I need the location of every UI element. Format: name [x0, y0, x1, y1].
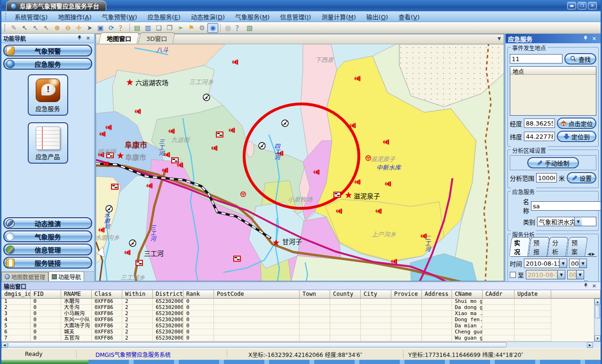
- scroll-right-icon[interactable]: ▶: [587, 342, 593, 348]
- placemark-icon[interactable]: ⚑: [186, 23, 197, 33]
- column-header[interactable]: City: [361, 290, 391, 299]
- identify-icon[interactable]: ？: [117, 23, 127, 33]
- select-point-icon[interactable]: ↖: [41, 23, 52, 33]
- menu-o[interactable]: 输出(O): [361, 11, 393, 22]
- longitude-input[interactable]: [524, 119, 555, 128]
- column-header[interactable]: dmgis_id: [1, 290, 31, 299]
- menu-e[interactable]: 应急服务(E): [143, 11, 186, 22]
- pin-icon[interactable]: [581, 283, 590, 289]
- globe-tool-icon[interactable]: ◉: [207, 23, 218, 33]
- column-header[interactable]: CAddr: [483, 290, 515, 299]
- close-icon[interactable]: ✕: [84, 35, 92, 41]
- column-header[interactable]: County: [330, 290, 361, 299]
- pin-icon[interactable]: [75, 35, 84, 42]
- menu-d[interactable]: 动态推演(D): [186, 11, 230, 22]
- location-search-input[interactable]: [510, 54, 562, 63]
- map-tab-inactive[interactable]: 3D窗口: [138, 32, 175, 44]
- column-header[interactable]: Class: [92, 290, 122, 299]
- menu-v[interactable]: 查看(V): [393, 11, 425, 22]
- column-header[interactable]: PostCode: [214, 290, 300, 299]
- column-header[interactable]: CName: [452, 290, 483, 299]
- zoom-in-icon[interactable]: ⊕: [52, 23, 63, 33]
- scroll-thumb[interactable]: [8, 342, 507, 348]
- nav-bar-emergency-globe[interactable]: 应急服务: [3, 58, 92, 70]
- menu-m[interactable]: 测量计算(M): [316, 11, 361, 22]
- nav-bar-link[interactable]: 服务链接: [3, 257, 92, 269]
- map-canvas[interactable]: 六运湖农场三工河乡下西泉九运街阜康市城关镇阜康市滋泥泉子中新水库滋泥泉子小泉牧场…: [96, 44, 504, 281]
- select-polygon-icon[interactable]: ↖: [30, 23, 41, 33]
- service-category-select[interactable]: 气象和洪水灾害 ▼: [537, 217, 596, 226]
- scroll-down-icon[interactable]: ▼: [594, 335, 601, 341]
- table-row[interactable]: 60城关0XFF8526523020000Cheng guan: [1, 329, 601, 335]
- pan-icon[interactable]: ✛: [73, 23, 84, 33]
- to-date-checkbox[interactable]: [510, 272, 516, 278]
- station-flag-icon[interactable]: [334, 192, 341, 198]
- nav-bar-weather-warning[interactable]: 气象预警: [3, 45, 92, 56]
- close-icon[interactable]: ✕: [590, 36, 598, 42]
- station-flag-icon[interactable]: [136, 261, 143, 266]
- scroll-thumb[interactable]: [595, 305, 600, 318]
- find-button[interactable]: 查找: [564, 53, 596, 64]
- nav-bar-cloud[interactable]: 气象服务: [3, 230, 92, 242]
- column-header[interactable]: Rank: [183, 290, 214, 299]
- column-header[interactable]: Within: [122, 290, 153, 299]
- tab-scroll-arrows[interactable]: ◀▶: [586, 252, 597, 256]
- station-flag-icon[interactable]: [111, 184, 118, 190]
- help-icon[interactable]: ？: [233, 23, 244, 33]
- date-select[interactable]: 2010-08-13 ▼: [524, 259, 567, 268]
- table-row[interactable]: 10水磨沟0XFF8626523020000Shui mo gou: [1, 299, 601, 305]
- location-results-list[interactable]: 地点: [510, 66, 596, 116]
- column-header[interactable]: Town: [300, 290, 330, 299]
- measure-icon[interactable]: ✎: [8, 23, 19, 33]
- map-tab-active[interactable]: 地图窗口: [98, 32, 139, 44]
- analysis-range-input[interactable]: [536, 173, 557, 182]
- print-icon[interactable]: ❏: [153, 23, 164, 33]
- tab-globe[interactable]: 地图数据管理: [1, 272, 48, 281]
- set-range-button[interactable]: 设置: [567, 172, 596, 183]
- tab-inactive[interactable]: 预报: [528, 237, 549, 256]
- station-flag-icon[interactable]: [107, 153, 113, 158]
- table-row[interactable]: 70五官沟0XFF8626523020000Wu guan gou: [1, 335, 601, 341]
- restore-button[interactable]: ❐: [578, 2, 586, 9]
- layers-icon[interactable]: ▤: [132, 23, 143, 33]
- scroll-left-icon[interactable]: ◀: [1, 342, 8, 348]
- zoom-out-icon[interactable]: ⊖: [63, 23, 73, 33]
- minimize-button[interactable]: ▬: [567, 2, 576, 9]
- monitor-point-icon[interactable]: [203, 94, 210, 101]
- table-row[interactable]: 20大冬沟0XFF8626523020000Da dong gou: [1, 305, 601, 311]
- print-preview-icon[interactable]: ❐: [164, 23, 175, 33]
- settings-icon[interactable]: ⚙: [197, 23, 207, 33]
- select-feature-icon[interactable]: ➣: [175, 23, 186, 33]
- table-row[interactable]: 40东风一小队0XFF8626523020000Dong fen...: [1, 317, 601, 323]
- table-row[interactable]: 50大面场子沟0XFF8626523020000Da mian ...: [1, 323, 601, 329]
- column-header[interactable]: Address: [422, 290, 452, 299]
- menu-m[interactable]: 气象服务(M): [230, 11, 275, 22]
- monitor-point-icon[interactable]: [282, 120, 288, 127]
- monitor-point-icon[interactable]: [106, 206, 112, 212]
- hour-select[interactable]: 00 ▼: [569, 259, 587, 268]
- shortcut-alert-button[interactable]: 应急服务: [28, 74, 68, 116]
- exit-view-icon[interactable]: ▧: [244, 23, 255, 33]
- station-flag-icon[interactable]: [216, 132, 223, 137]
- close-button[interactable]: ✕: [588, 2, 597, 9]
- close-icon[interactable]: ✕: [590, 283, 598, 289]
- nav-bar-film[interactable]: 动态推演: [3, 217, 92, 229]
- monitor-point-icon[interactable]: [259, 142, 265, 149]
- column-header[interactable]: Update: [515, 290, 551, 299]
- select-rect-icon[interactable]: ↖: [19, 23, 30, 33]
- export-map-icon[interactable]: ▥: [143, 23, 153, 33]
- latitude-input[interactable]: [524, 132, 555, 141]
- menu-i[interactable]: 信息管理(I): [275, 11, 316, 22]
- monitor-point-icon[interactable]: [129, 240, 136, 246]
- pointer-icon[interactable]: ➤: [84, 23, 95, 33]
- pin-icon[interactable]: [581, 35, 590, 42]
- nav-bar-info-globe[interactable]: 信息管理: [3, 244, 92, 255]
- menu-s[interactable]: 系统管理(S): [9, 11, 53, 22]
- eye-icon[interactable]: ◎: [222, 23, 233, 33]
- full-extent-icon[interactable]: ▣: [95, 23, 106, 33]
- refresh-icon[interactable]: ⟳: [106, 23, 117, 33]
- column-header[interactable]: FID: [31, 290, 61, 299]
- service-name-input[interactable]: [531, 201, 601, 211]
- tab-inactive[interactable]: 预案: [566, 237, 587, 256]
- locate-to-button[interactable]: 定位到: [557, 131, 596, 142]
